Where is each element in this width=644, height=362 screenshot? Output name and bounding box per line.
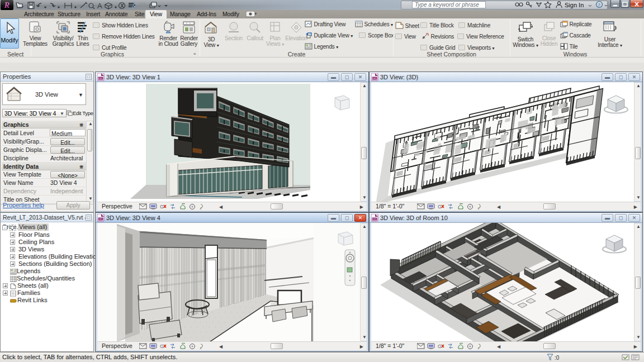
svg-text:Sign In: Sign In <box>565 2 584 8</box>
svg-text:A: A <box>97 2 102 9</box>
svg-text:G: G <box>160 204 164 209</box>
svg-text:G: G <box>160 344 164 349</box>
svg-text:?: ? <box>598 2 600 8</box>
svg-text:G: G <box>438 344 442 349</box>
svg-text:G: G <box>438 204 442 209</box>
svg-text::0: :0 <box>555 355 560 361</box>
